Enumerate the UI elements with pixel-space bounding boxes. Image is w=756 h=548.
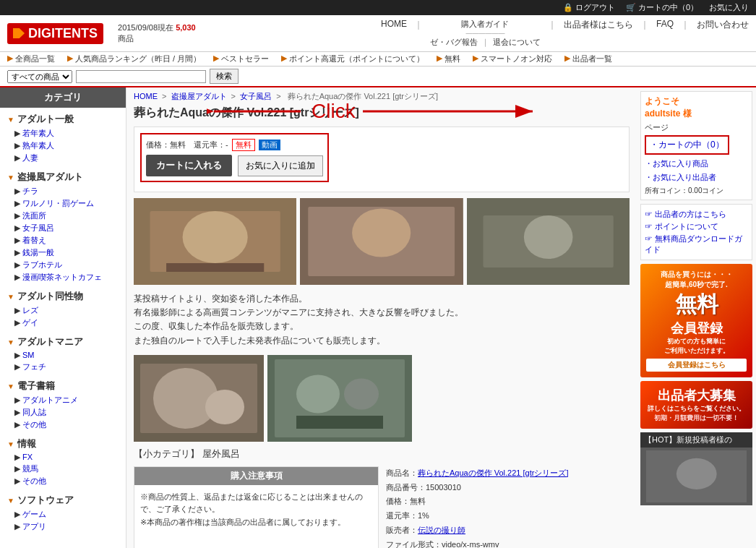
fav-products-link[interactable]: ・お気に入り商品 <box>645 157 748 171</box>
free-dl-link[interactable]: ☞ 無料商品ダウンロードガイド <box>645 233 748 256</box>
favorites-link[interactable]: お気に入り <box>709 2 749 13</box>
sidebar-item-other-ebook[interactable]: ▶その他 <box>0 419 126 431</box>
sidebar-item-washroom[interactable]: ▶洗面所 <box>0 210 126 222</box>
sidebar-item-other-info[interactable]: ▶その他 <box>0 475 126 487</box>
product-image-1-svg <box>134 198 296 285</box>
seller-link[interactable]: ☞ 出品者の方はこちら <box>645 208 748 221</box>
add-to-cart-button[interactable]: カートに入れる <box>146 155 232 176</box>
sidebar-item-wife[interactable]: ▶人妻 <box>0 152 126 164</box>
subnav-free[interactable]: 無料 <box>444 53 460 64</box>
seller-recruitment-banner[interactable]: 出品者大募集 詳しくはこちらをご覧ください。 初期・月額費用は一切不要！ <box>640 381 752 429</box>
banner1-sub: 初めての方も簡単にご利用いただけます。 <box>646 337 747 356</box>
product-title: 葬られたAquaの傑作 Vol.221 [gtrシリーズ] <box>134 106 630 121</box>
svg-point-11 <box>524 215 573 259</box>
subnav-points[interactable]: ポイント高還元（ポイントについて） <box>289 53 424 64</box>
add-to-favorites-button[interactable]: お気に入りに追加 <box>238 155 323 176</box>
banner1-free: 無料 <box>646 290 747 320</box>
product-image-5 <box>267 355 412 442</box>
cart-link[interactable]: ・カートの中（0） <box>650 140 724 150</box>
sidebar-item-chira[interactable]: ▶チラ <box>0 185 126 197</box>
svg-point-8 <box>352 208 411 257</box>
sidebar-item-gay[interactable]: ▶ゲイ <box>0 317 126 329</box>
logout-link[interactable]: 🔒 ログアウト <box>563 2 615 13</box>
logo[interactable]: DIGITENTS <box>7 23 103 44</box>
main-nav: HOME ｜ 購入者ガイド —————— ゼ・バグ報告 ｜ 退会について ｜ 出… <box>381 19 749 48</box>
sidebar-item-les[interactable]: ▶レズ <box>0 304 126 317</box>
fav-sellers-link[interactable]: ・お気に入り出品者 <box>645 171 748 184</box>
product-image-4 <box>134 355 264 442</box>
subnav-arrow4: ▶ <box>281 53 287 64</box>
sidebar-item-sento[interactable]: ▶銭湯一般 <box>0 247 126 259</box>
cart-link-highlight-box[interactable]: ・カートの中（0） <box>645 135 729 155</box>
nav-home[interactable]: HOME <box>381 19 407 48</box>
search-button[interactable]: 検索 <box>210 69 239 84</box>
nav-withdrawal[interactable]: 退会について <box>493 37 541 48</box>
breadcrumb: HOME > 盗撮屋アダルト > 女子風呂 > 葬られたAquaの傑作 Vol.… <box>134 91 630 102</box>
sidebar-item-young[interactable]: ▶若年素人 <box>0 127 126 140</box>
svg-point-4 <box>183 211 248 263</box>
sidebar-section-lgbt: ▼ アダルト同性物 ▶レズ ▶ゲイ <box>0 285 126 330</box>
sidebar-item-waruno[interactable]: ▶ワルノリ・罰ゲーム <box>0 197 126 210</box>
sidebar-item-app[interactable]: ▶アプリ <box>0 521 126 533</box>
nav-report[interactable]: ゼ・バグ報告 <box>430 37 478 48</box>
sidebar-item-sm[interactable]: ▶SM <box>0 350 126 361</box>
sidebar-section-mania: ▼ アダルトマニア ▶SM ▶フェチ <box>0 330 126 374</box>
sidebar-item-horse[interactable]: ▶競馬 <box>0 463 126 475</box>
welcome-title: ようこそ adultsite 様 <box>645 95 748 120</box>
info-format-label: ファイル形式：video/x-ms-wmv <box>386 540 499 548</box>
info-return-label: 還元率：1% <box>386 511 429 520</box>
nav-faq[interactable]: FAQ <box>656 19 674 48</box>
sidebar-section-title-voyeur: ▼ 盗撮風アダルト <box>0 167 126 185</box>
price-label: 価格：無料 還元率：- <box>146 140 228 150</box>
sidebar-section-software: ▼ ソフトウェア ▶ゲーム ▶アプリ <box>0 489 126 534</box>
info-name-value[interactable]: 葬られたAquaの傑作 Vol.221 [gtrシリーズ] <box>418 468 568 477</box>
cart-icon: 🛒 <box>626 3 636 12</box>
subnav-bestseller[interactable]: ベストセラー <box>221 53 269 64</box>
breadcrumb-home[interactable]: HOME <box>134 92 158 100</box>
nav-seller-guide[interactable]: 出品者様はこちら <box>564 19 633 48</box>
sidebar-section-title-ebook: ▼ 電子書籍 <box>0 376 126 394</box>
breadcrumb-parent[interactable]: 盗撮屋アダルト <box>171 92 227 100</box>
sidebar-item-doujin[interactable]: ▶同人誌 <box>0 406 126 419</box>
product-image-4-svg <box>134 355 264 442</box>
search-input[interactable] <box>76 70 206 83</box>
subnav-arrow: ▶ <box>7 53 13 64</box>
nav-buyer-seller: 購入者ガイド —————— ゼ・バグ報告 ｜ 退会について <box>430 19 541 48</box>
movie-badge: 動画 <box>259 140 280 150</box>
sidebar-item-anime[interactable]: ▶アダルトアニメ <box>0 394 126 406</box>
purchase-notice-title: 購入注意事項 <box>134 467 378 485</box>
info-seller-value[interactable]: 伝説の撮り師 <box>418 526 465 534</box>
subnav-smartphone[interactable]: スマートノオン対応 <box>481 53 552 64</box>
sidebar-item-manga-cafe[interactable]: ▶漫画喫茶ネットカフェ <box>0 271 126 283</box>
banner2-sub: 初期・月額費用は一切不要！ <box>646 414 747 423</box>
action-buttons: カートに入れる お気に入りに追加 <box>146 155 323 176</box>
member-registration-banner[interactable]: 商品を買うには・・・ 超簡単,60秒で完了. 無料 会員登録 初めての方も簡単に… <box>640 264 752 377</box>
subnav-popular[interactable]: 人気商品ランキング（昨日 / 月間） <box>75 53 201 64</box>
sidebar-item-love-hotel[interactable]: ▶ラブホテル <box>0 259 126 271</box>
subnav-all-products[interactable]: 全商品一覧 <box>15 53 55 64</box>
nav-contact[interactable]: お問い合わせ <box>697 19 749 48</box>
sidebar-item-fetish[interactable]: ▶フェチ <box>0 361 126 373</box>
subnav-sellers[interactable]: 出品者一覧 <box>572 53 612 64</box>
subnav-arrow3: ▶ <box>213 53 219 64</box>
top-bar: 🔒 ログアウト 🛒 カートの中（0） お気に入り <box>0 0 756 15</box>
points-link[interactable]: ☞ ポイントについて <box>645 221 748 233</box>
sidebar-item-mature[interactable]: ▶熟年素人 <box>0 140 126 152</box>
sidebar-item-girls-bath[interactable]: ▶女子風呂 <box>0 222 126 234</box>
logo-icon <box>13 28 25 38</box>
search-category-select[interactable]: すべての商品 <box>7 70 72 83</box>
breadcrumb-sub[interactable]: 女子風呂 <box>240 92 272 100</box>
breadcrumb-current: 葬られたAquaの傑作 Vol.221 [gtrシリーズ] <box>288 92 438 100</box>
banner1-cta[interactable]: 会員登録はこちら <box>646 359 747 372</box>
purchase-notice-box: 購入注意事項 ※商品の性質上、返品または返金に応じることは出来ませんので、ご了承… <box>134 466 379 548</box>
coins-display: 所有コイン：0.00コイン <box>645 186 748 196</box>
sidebar-item-game[interactable]: ▶ゲーム <box>0 508 126 521</box>
sidebar-item-changing[interactable]: ▶着替え <box>0 234 126 247</box>
product-images-row1 <box>134 198 630 285</box>
sidebar-section-title-adult: ▼ アダルト一般 <box>0 109 126 127</box>
purchase-section: 購入注意事項 ※商品の性質上、返品または返金に応じることは出来ませんので、ご了承… <box>134 466 630 548</box>
cart-link[interactable]: 🛒 カートの中（0） <box>626 2 698 13</box>
nav-buyer-guide[interactable]: 購入者ガイド <box>461 19 509 30</box>
product-image-2-svg <box>300 198 463 285</box>
sidebar-item-fx[interactable]: ▶FX <box>0 452 126 463</box>
